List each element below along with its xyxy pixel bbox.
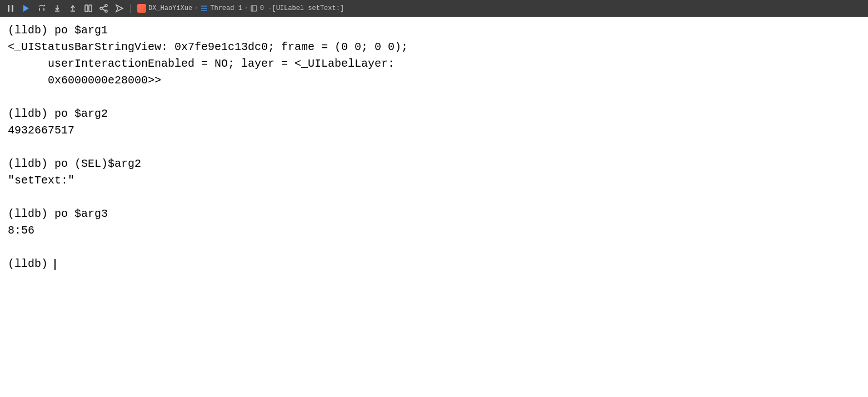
svg-point-13 — [105, 10, 107, 12]
step-out-icon[interactable] — [67, 4, 79, 13]
console-line-10: 8:56 — [8, 222, 860, 239]
breadcrumb-chevron-2: › — [245, 5, 248, 11]
location-icon[interactable] — [113, 4, 126, 13]
svg-rect-1 — [12, 5, 13, 12]
breadcrumb-chevron-1: › — [194, 5, 198, 11]
console-blank-4 — [8, 239, 860, 256]
console-blank-2 — [8, 139, 860, 156]
cursor — [54, 259, 56, 270]
pause-icon[interactable] — [4, 4, 17, 13]
toolbar: DX_HaoYiXue › Thread 1 › 0 -[UILabel set… — [0, 0, 868, 17]
thread-label: Thread 1 — [210, 4, 242, 12]
thread-icon — [200, 4, 208, 12]
breakpoints-icon[interactable] — [82, 4, 94, 13]
frame-label: 0 -[UILabel setText:] — [260, 4, 344, 12]
app-icon — [137, 4, 146, 13]
console-blank-1 — [8, 89, 860, 106]
svg-rect-0 — [8, 5, 9, 12]
console-line-4: 0x6000000e28000>> — [8, 72, 860, 89]
svg-rect-9 — [85, 5, 88, 12]
svg-line-14 — [102, 6, 105, 8]
svg-marker-16 — [116, 5, 123, 12]
svg-rect-10 — [89, 5, 92, 12]
breadcrumb: DX_HaoYiXue › Thread 1 › 0 -[UILabel set… — [137, 4, 344, 13]
toolbar-separator — [130, 4, 131, 13]
app-name-label: DX_HaoYiXue — [148, 4, 192, 12]
svg-point-12 — [100, 7, 102, 9]
step-into-icon[interactable] — [51, 4, 63, 13]
console-line-5: (lldb) po $arg2 — [8, 106, 860, 122]
svg-line-15 — [102, 9, 105, 11]
console-line-9: (lldb) po $arg3 — [8, 206, 860, 222]
frame-icon — [250, 4, 258, 12]
svg-point-11 — [105, 4, 107, 7]
share-icon[interactable] — [98, 4, 110, 13]
console-active-prompt[interactable]: (lldb) — [8, 256, 860, 272]
continue-icon[interactable] — [20, 4, 32, 13]
svg-rect-20 — [251, 6, 257, 11]
console-line-7: (lldb) po (SEL)$arg2 — [8, 156, 860, 172]
console-line-3: userInteractionEnabled = NO; layer = <_U… — [8, 56, 860, 72]
console-line-1: (lldb) po $arg1 — [8, 22, 860, 39]
step-over-icon[interactable] — [36, 4, 48, 13]
svg-marker-2 — [23, 5, 29, 12]
console-line-2: <_UIStatusBarStringView: 0x7fe9e1c13dc0;… — [8, 39, 860, 56]
console-output: (lldb) po $arg1 <_UIStatusBarStringView:… — [0, 17, 868, 397]
console-blank-3 — [8, 189, 860, 206]
console-line-6: 4932667517 — [8, 122, 860, 139]
console-line-8: "setText:" — [8, 172, 860, 189]
